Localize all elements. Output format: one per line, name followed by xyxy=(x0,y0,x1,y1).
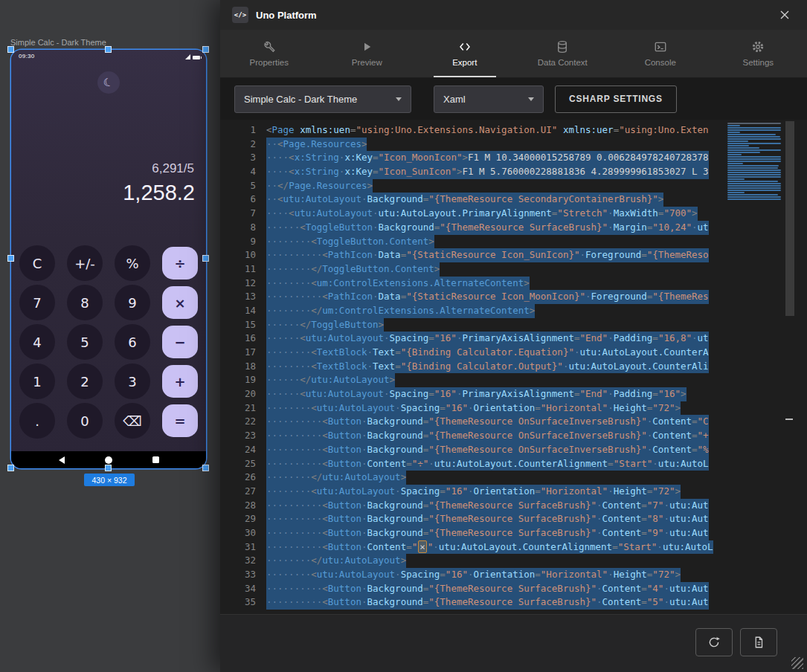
selection-handle-w[interactable] xyxy=(8,256,13,261)
selection-handle-nw[interactable] xyxy=(8,47,13,52)
back-triangle-icon[interactable] xyxy=(59,456,65,464)
code-line[interactable]: 13··········<PathIcon·Data="{StaticResou… xyxy=(220,290,727,304)
calc-key-5[interactable]: 5 xyxy=(67,324,103,360)
code-line[interactable]: 27········<utu:AutoLayout·Spacing="16"·O… xyxy=(220,485,727,499)
calc-key-8[interactable]: 8 xyxy=(67,285,103,320)
code-line[interactable]: 9········<ToggleButton.Content> xyxy=(220,235,727,249)
export-toolbar: Simple Calc - Dark Theme Xaml CSHARP SET… xyxy=(220,78,807,120)
calc-key-7[interactable]: 7 xyxy=(19,285,55,320)
code-line[interactable]: 10··········<PathIcon·Data="{StaticResou… xyxy=(220,248,727,262)
database-icon xyxy=(556,40,569,54)
code-line[interactable]: 21········<utu:AutoLayout·Spacing="16"·O… xyxy=(220,401,727,416)
code-line[interactable]: 25··········<Button·Content="÷"·utu:Auto… xyxy=(220,457,727,471)
code-line[interactable]: 14········</um:ControlExtensions.Alterna… xyxy=(220,304,727,318)
calc-key-plus-minus[interactable]: +/- xyxy=(67,245,103,281)
code-line[interactable]: 26········</utu:AutoLayout> xyxy=(220,471,727,485)
code-line[interactable]: 34··········<Button·Background="{ThemeRe… xyxy=(220,582,727,596)
code-line[interactable]: 16······<utu:AutoLayout·Spacing="16"·Pri… xyxy=(220,332,727,346)
code-line[interactable]: 20······<utu:AutoLayout·Spacing="16"·Pri… xyxy=(220,387,727,401)
code-line[interactable]: 28··········<Button·Background="{ThemeRe… xyxy=(220,499,727,513)
selection-handle-s[interactable] xyxy=(106,465,111,471)
code-line[interactable]: 8······<ToggleButton·Background="{ThemeR… xyxy=(220,221,727,235)
tab-export[interactable]: Export xyxy=(416,30,514,77)
format-selector-value: Xaml xyxy=(443,94,466,105)
code-line[interactable]: 15······</ToggleButton> xyxy=(220,318,727,332)
close-button[interactable] xyxy=(779,9,791,21)
code-line[interactable]: 7····<utu:AutoLayout·utu:AutoLayout.Prim… xyxy=(220,207,727,221)
calc-key-3[interactable]: 3 xyxy=(115,364,150,399)
selection-handle-e[interactable] xyxy=(203,256,208,261)
code-line[interactable]: 1<Page xmlns:uen="using:Uno.Extensions.N… xyxy=(220,123,727,138)
calc-key-multiply[interactable]: × xyxy=(162,286,198,319)
calculator-preview[interactable]: 09:30 ☾ 6,291/5 1,258.2 C+/-%÷789×456−12… xyxy=(11,50,206,468)
code-line[interactable]: 31··········<Button·Content="×"·utu:Auto… xyxy=(220,540,727,555)
calc-key-1[interactable]: 1 xyxy=(19,364,55,399)
scrollbar-marker xyxy=(785,419,793,420)
code-line[interactable]: 22··········<Button·Background="{ThemeRe… xyxy=(220,415,727,429)
calc-key-2[interactable]: 2 xyxy=(67,364,103,399)
tab-properties[interactable]: Properties xyxy=(220,30,318,77)
minimap[interactable] xyxy=(727,123,785,201)
calc-key-decimal[interactable]: . xyxy=(19,403,55,439)
file-button[interactable] xyxy=(740,628,777,656)
code-line[interactable]: 4····<x:String·x:Key="Icon_SunIcon">F1 M… xyxy=(220,165,727,179)
code-line[interactable]: 6··<utu:AutoLayout·Background="{ThemeRes… xyxy=(220,193,727,207)
code-line[interactable]: 19······</utu:AutoLayout> xyxy=(220,373,727,387)
titlebar[interactable]: </> Uno Platform xyxy=(220,0,807,30)
calc-key-minus[interactable]: − xyxy=(162,326,198,358)
calc-key-equals[interactable]: = xyxy=(162,404,198,437)
code-line[interactable]: 12········<um:ControlExtensions.Alternat… xyxy=(220,277,727,291)
refresh-button[interactable] xyxy=(695,628,733,656)
code-editor[interactable]: 1<Page xmlns:uen="using:Uno.Extensions.N… xyxy=(220,120,807,614)
calc-key-percent[interactable]: % xyxy=(115,245,150,281)
calc-key-9[interactable]: 9 xyxy=(115,285,150,320)
code-line[interactable]: 33········<utu:AutoLayout·Spacing="16"·O… xyxy=(220,568,727,582)
csharp-settings-button[interactable]: CSHARP SETTINGS xyxy=(555,85,677,113)
refresh-icon xyxy=(707,636,721,649)
gear-icon xyxy=(751,40,765,54)
tab-label: Settings xyxy=(742,58,774,67)
selection-handle-ne[interactable] xyxy=(203,47,208,52)
selection-handle-n[interactable] xyxy=(106,47,111,52)
phone-artboard[interactable]: 09:30 ☾ 6,291/5 1,258.2 C+/-%÷789×456−12… xyxy=(11,50,206,468)
tab-settings[interactable]: Settings xyxy=(710,30,807,77)
recents-square-icon[interactable] xyxy=(152,456,159,463)
code-line[interactable]: 32········</utu:AutoLayout> xyxy=(220,554,727,568)
code-line[interactable]: 29··········<Button·Background="{ThemeRe… xyxy=(220,512,727,526)
selection-handle-sw[interactable] xyxy=(8,465,13,471)
calc-key-plus[interactable]: + xyxy=(162,365,198,398)
calc-key-clear[interactable]: C xyxy=(19,245,55,281)
selection-handle-se[interactable] xyxy=(203,465,208,471)
editor-scrollbar[interactable] xyxy=(785,120,794,614)
theme-toggle-button[interactable]: ☾ xyxy=(97,71,120,94)
artboard-size-badge: 430 × 932 xyxy=(84,474,135,486)
tab-preview[interactable]: Preview xyxy=(318,30,417,77)
code-line[interactable]: 2··<Page.Resources> xyxy=(220,138,727,152)
code-line[interactable]: 24··········<Button·Background="{ThemeRe… xyxy=(220,443,727,457)
code-line[interactable]: 30··········<Button·Background="{ThemeRe… xyxy=(220,526,727,540)
scrollbar-thumb[interactable] xyxy=(785,121,794,316)
code-line[interactable]: 3····<x:String·x:Key="Icon_MoonIcon">F1 … xyxy=(220,151,727,165)
code-lines[interactable]: 1<Page xmlns:uen="using:Uno.Extensions.N… xyxy=(220,123,727,614)
code-line[interactable]: 17········<TextBlock·Text="{Binding Calc… xyxy=(220,346,727,360)
calc-key-divide[interactable]: ÷ xyxy=(162,247,198,280)
home-circle-icon[interactable] xyxy=(105,456,112,464)
code-line[interactable]: 11········</ToggleButton.Content> xyxy=(220,262,727,277)
code-line[interactable]: 35··········<Button·Background="{ThemeRe… xyxy=(220,595,727,610)
design-canvas[interactable]: Simple Calc - Dark Theme 09:30 ☾ 6,291/5… xyxy=(0,0,220,672)
page-selector[interactable]: Simple Calc - Dark Theme xyxy=(234,85,411,113)
uno-platform-window: </> Uno Platform Properties Preview Expo… xyxy=(220,0,807,672)
code-line[interactable]: 5··</Page.Resources> xyxy=(220,179,727,193)
tab-console[interactable]: Console xyxy=(611,30,710,77)
calc-key-4[interactable]: 4 xyxy=(19,324,55,360)
signal-icon xyxy=(185,54,190,59)
format-selector[interactable]: Xaml xyxy=(434,85,544,113)
code-line[interactable]: 18········<TextBlock·Text="{Binding Calc… xyxy=(220,360,727,374)
calc-key-backspace[interactable]: ⌫ xyxy=(115,403,150,439)
calc-key-0[interactable]: 0 xyxy=(67,403,103,439)
tab-data-context[interactable]: Data Context xyxy=(514,30,612,77)
resize-grip[interactable] xyxy=(791,657,803,669)
calc-key-6[interactable]: 6 xyxy=(115,324,150,360)
code-line[interactable]: 23··········<Button·Background="{ThemeRe… xyxy=(220,429,727,443)
artboard-label[interactable]: Simple Calc - Dark Theme xyxy=(10,38,106,47)
